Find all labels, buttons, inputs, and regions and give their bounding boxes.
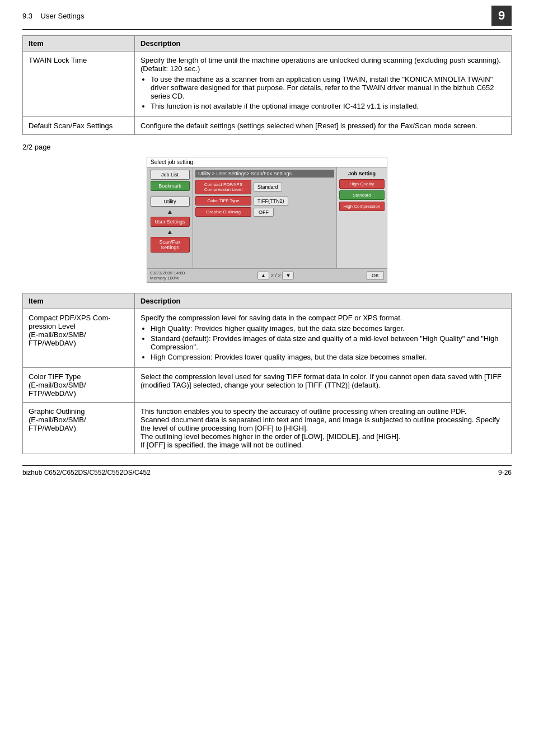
item-cell: Graphic Outlining(E-mail/Box/SMB/FTP/Web… — [23, 403, 135, 454]
item-cell: Default Scan/Fax Settings — [23, 117, 135, 135]
screen-sidebar: Job List Bookmark Utility ▲ User Setting… — [147, 167, 193, 268]
graphic-outlining-value: OFF — [254, 208, 274, 217]
section-title: 9.3 User Settings — [22, 12, 85, 20]
table-row: Graphic Outlining(E-mail/Box/SMB/FTP/Web… — [23, 403, 512, 454]
desc-cell: Specify the length of time until the mac… — [135, 52, 512, 117]
compact-pdf-value: Standard — [254, 183, 282, 192]
arrow-down-2: ▲ — [167, 228, 174, 236]
bookmark-btn[interactable]: Bookmark — [151, 181, 190, 191]
page-label: 2/2 page — [22, 143, 512, 151]
screen-date: 03/23/2009 14:00 Memory 100% — [150, 270, 185, 281]
screen-right-panel: Job Setting High Quality Standard High C… — [336, 167, 387, 268]
col-item-header: Item — [23, 36, 135, 52]
top-table: Item Description TWAIN Lock Time Specify… — [22, 35, 512, 135]
user-settings-btn[interactable]: User Settings — [151, 217, 190, 227]
color-tiff-value: TIFF(TTN2) — [254, 197, 288, 206]
page-indicator: 2 / 2 — [271, 273, 281, 278]
breadcrumb-bar: Utility > User Settings> Scan/Fax Settin… — [195, 170, 334, 178]
col-desc-header: Description — [135, 36, 512, 52]
bottom-col-desc-header: Description — [135, 293, 512, 309]
screen-container: Select job setting. Job List Bookmark Ut… — [22, 157, 512, 283]
standard-btn[interactable]: Standard — [339, 190, 385, 200]
high-quality-btn[interactable]: High Quality — [339, 179, 385, 189]
footer-right: 9-26 — [498, 469, 512, 477]
page-header: 9.3 User Settings 9 — [22, 0, 512, 30]
screen-mockup: Select job setting. Job List Bookmark Ut… — [147, 157, 387, 283]
setting-row-1: Compact PDF/XPS Compression Level Standa… — [195, 180, 334, 194]
screen-title-bar: Select job setting. — [147, 157, 387, 167]
nav-up-btn[interactable]: ▲ — [257, 272, 269, 279]
screen-main: Utility > User Settings> Scan/Fax Settin… — [193, 167, 336, 268]
desc-cell: Configure the default settings (settings… — [135, 117, 512, 135]
item-cell: Color TIFF Type(E-mail/Box/SMB/FTP/WebDA… — [23, 368, 135, 403]
table-row: TWAIN Lock Time Specify the length of ti… — [23, 52, 512, 117]
right-job-setting-label: Job Setting — [339, 170, 385, 178]
chapter-number: 9 — [491, 6, 512, 26]
ok-button[interactable]: OK — [367, 271, 384, 280]
utility-btn[interactable]: Utility — [151, 197, 190, 207]
graphic-outlining-btn[interactable]: Graphic Outlining — [195, 207, 251, 217]
compact-pdf-btn[interactable]: Compact PDF/XPS Compression Level — [195, 180, 251, 194]
desc-cell: This function enables you to specify the… — [135, 403, 512, 454]
setting-rows: Compact PDF/XPS Compression Level Standa… — [195, 180, 334, 266]
item-cell: TWAIN Lock Time — [23, 52, 135, 117]
color-tiff-btn[interactable]: Color TIFF Type — [195, 196, 251, 206]
screen-body: Job List Bookmark Utility ▲ User Setting… — [147, 167, 387, 268]
scan-fax-btn[interactable]: Scan/Fax Settings — [151, 237, 190, 253]
screen-footer: 03/23/2009 14:00 Memory 100% ▲ 2 / 2 ▼ O… — [147, 268, 387, 282]
header-title: User Settings — [41, 12, 85, 20]
item-cell: Compact PDF/XPS Com-pression Level(E-mai… — [23, 309, 135, 368]
table-row: Default Scan/Fax Settings Configure the … — [23, 117, 512, 135]
bottom-col-item-header: Item — [23, 293, 135, 309]
screen-nav: ▲ 2 / 2 ▼ — [257, 272, 294, 279]
page-footer: bizhub C652/C652DS/C552/C552DS/C452 9-26 — [22, 465, 512, 477]
desc-cell: Select the compression level used for sa… — [135, 368, 512, 403]
setting-row-3: Graphic Outlining OFF — [195, 207, 334, 217]
high-compression-btn[interactable]: High Compression — [339, 202, 385, 211]
setting-row-2: Color TIFF Type TIFF(TTN2) — [195, 196, 334, 206]
desc-cell: Specify the compression level for saving… — [135, 309, 512, 368]
table-row: Compact PDF/XPS Com-pression Level(E-mai… — [23, 309, 512, 368]
footer-left: bizhub C652/C652DS/C552/C552DS/C452 — [22, 469, 151, 477]
nav-down-btn[interactable]: ▼ — [282, 272, 294, 279]
section-number: 9.3 — [22, 12, 32, 20]
bottom-table: Item Description Compact PDF/XPS Com-pre… — [22, 293, 512, 454]
arrow-down-1: ▲ — [167, 208, 174, 216]
table-row: Color TIFF Type(E-mail/Box/SMB/FTP/WebDA… — [23, 368, 512, 403]
job-list-btn[interactable]: Job List — [151, 170, 190, 180]
